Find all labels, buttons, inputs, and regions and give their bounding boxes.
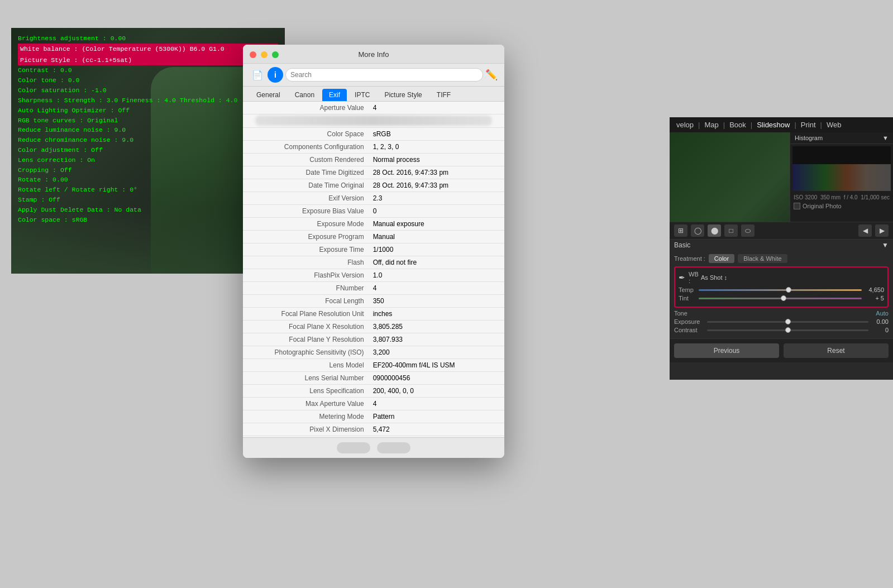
- edit-icon[interactable]: ✏️: [485, 69, 498, 81]
- table-row: Exposure Bias Value0: [243, 205, 504, 218]
- temp-thumb[interactable]: [786, 287, 791, 293]
- table-row: Exposure ProgramManual: [243, 231, 504, 243]
- temp-label: Temp: [679, 286, 696, 293]
- basic-panel-menu[interactable]: ▼: [882, 241, 889, 249]
- treatment-row: Treatment : Color Black & White: [674, 254, 889, 263]
- circle-tool[interactable]: ◯: [691, 224, 704, 237]
- record-tool[interactable]: ⬤: [708, 224, 721, 237]
- table-row: Components Configuration1, 2, 3, 0: [243, 141, 504, 154]
- table-row: Lens Serial Number0900000456: [243, 372, 504, 385]
- temp-track[interactable]: [699, 289, 862, 291]
- contrast-thumb[interactable]: [785, 327, 791, 333]
- table-row: Lens ModelEF200-400mm f/4L IS USM: [243, 359, 504, 372]
- oval-tool[interactable]: ⬭: [741, 224, 754, 237]
- grid-tool[interactable]: ⊞: [674, 224, 687, 237]
- lr-photo-area: Histogram ▼ ISO 3200 350 mm f / 4.0 1/1,…: [670, 132, 893, 222]
- lightroom-panel: velop | Map | Book | Slideshow | Print |…: [670, 117, 893, 380]
- nav-right[interactable]: ▶: [875, 224, 889, 237]
- focal-value: 350 mm: [820, 194, 841, 200]
- exposure-label: Exposure: [674, 318, 705, 325]
- shutter-value: 1/1,000 sec: [861, 194, 890, 200]
- color-button[interactable]: Color: [709, 254, 734, 263]
- tab-tiff[interactable]: TIFF: [430, 89, 457, 101]
- window-title: More Info: [250, 50, 498, 59]
- histogram-title: Histogram ▼: [790, 132, 893, 144]
- footer-btn-1: [337, 442, 370, 453]
- nav-item-print[interactable]: Print: [801, 121, 816, 129]
- window-footer: [243, 437, 504, 458]
- tint-label: Tint: [679, 295, 696, 302]
- tone-header: Tone Auto: [674, 310, 889, 317]
- exif-table: Aperture Value4Color SpacesRGBComponents…: [243, 102, 504, 437]
- nav-item-velop[interactable]: velop: [676, 121, 694, 129]
- search-input[interactable]: [285, 68, 483, 82]
- previous-button[interactable]: Previous: [674, 343, 779, 358]
- exposure-value: 0.00: [871, 318, 889, 325]
- tone-auto[interactable]: Auto: [876, 310, 889, 317]
- tab-canon[interactable]: Canon: [288, 89, 321, 101]
- table-row: Focal Plane X Resolution3,805.285: [243, 321, 504, 333]
- nav-item-slideshow[interactable]: Slideshow: [757, 121, 790, 129]
- contrast-row: Contrast 0: [674, 327, 889, 333]
- tab-iptc[interactable]: IPTC: [348, 89, 376, 101]
- table-row: Lens Specification200, 400, 0, 0: [243, 385, 504, 398]
- wb-label: WB :: [689, 271, 701, 284]
- nav-item-map[interactable]: Map: [704, 121, 718, 129]
- table-row: Metering ModePattern: [243, 410, 504, 423]
- square-tool[interactable]: □: [724, 224, 738, 237]
- original-photo-checkbox[interactable]: [794, 203, 800, 209]
- window-titlebar: More Info: [243, 45, 504, 64]
- lr-tools-row: ⊞ ◯ ⬤ □ ⬭ ◀ ▶: [670, 222, 893, 239]
- treatment-label: Treatment :: [674, 255, 705, 262]
- basic-panel: Treatment : Color Black & White ✒ WB : A…: [670, 251, 893, 338]
- tint-value: + 5: [864, 295, 884, 302]
- table-row: FlashOff, did not fire: [243, 256, 504, 269]
- histogram-colors: [792, 164, 891, 191]
- table-row: Exposure Time1/1000: [243, 243, 504, 256]
- window-tabs: GeneralCanonExifIPTCPicture StyleTIFF: [243, 87, 504, 102]
- histogram-graph: [792, 146, 891, 191]
- nav-left[interactable]: ◀: [858, 224, 872, 237]
- iso-value: ISO 3200: [794, 194, 817, 200]
- tint-thumb[interactable]: [781, 295, 786, 301]
- table-row: Aperture Value4: [243, 102, 504, 114]
- tab-general[interactable]: General: [250, 89, 287, 101]
- tint-track[interactable]: [699, 298, 862, 299]
- histogram-panel: Histogram ▼ ISO 3200 350 mm f / 4.0 1/1,…: [790, 132, 893, 222]
- table-row: Custom RenderedNormal process: [243, 154, 504, 166]
- exposure-row: Exposure 0.00: [674, 318, 889, 325]
- tab-exif[interactable]: Exif: [322, 89, 347, 101]
- bw-button[interactable]: Black & White: [738, 254, 787, 263]
- table-row: Date Time Original28 Oct. 2016, 9:47:33 …: [243, 179, 504, 192]
- window-content[interactable]: Aperture Value4Color SpacesRGBComponents…: [243, 102, 504, 437]
- doc-icon[interactable]: 📄: [250, 67, 265, 83]
- contrast-track[interactable]: [707, 329, 868, 331]
- nav-item-web[interactable]: Web: [827, 121, 842, 129]
- table-row: Photographic Sensitivity (ISO)3,200: [243, 346, 504, 359]
- eyedropper-icon[interactable]: ✒: [679, 273, 685, 282]
- wb-preset-selector[interactable]: As Shot ↕: [701, 274, 884, 281]
- tab-picture-style[interactable]: Picture Style: [378, 89, 428, 101]
- wb-preset-row: ✒ WB : As Shot ↕: [679, 271, 884, 284]
- tool-group-right: ◀ ▶: [858, 224, 889, 237]
- table-row: FNumber4: [243, 282, 504, 295]
- exposure-track[interactable]: [707, 321, 868, 323]
- original-photo-label: Original Photo: [803, 203, 842, 209]
- aperture-value: f / 4.0: [844, 194, 858, 200]
- reset-button[interactable]: Reset: [784, 343, 889, 358]
- temp-slider-row: Temp 4,650: [679, 286, 884, 293]
- table-row: Exif Version2.3: [243, 192, 504, 205]
- nav-item-book[interactable]: Book: [729, 121, 746, 129]
- table-row: Focal Plane Resolution Unitinches: [243, 308, 504, 321]
- table-row: Pixel X Dimension5,472: [243, 423, 504, 436]
- table-row: Max Aperture Value4: [243, 398, 504, 410]
- more-info-window: More Info 📄 i ✏️ GeneralCanonExifIPTCPic…: [243, 45, 504, 458]
- info-icon[interactable]: i: [268, 67, 283, 83]
- basic-panel-header: Basic ▼: [670, 239, 893, 251]
- tone-label: Tone: [674, 310, 687, 317]
- histogram-menu-icon[interactable]: ▼: [882, 135, 889, 141]
- table-row: Exposure ModeManual exposure: [243, 218, 504, 231]
- footer-btn-2: [377, 442, 410, 453]
- exposure-thumb[interactable]: [785, 319, 791, 324]
- table-row: Focal Length350: [243, 295, 504, 308]
